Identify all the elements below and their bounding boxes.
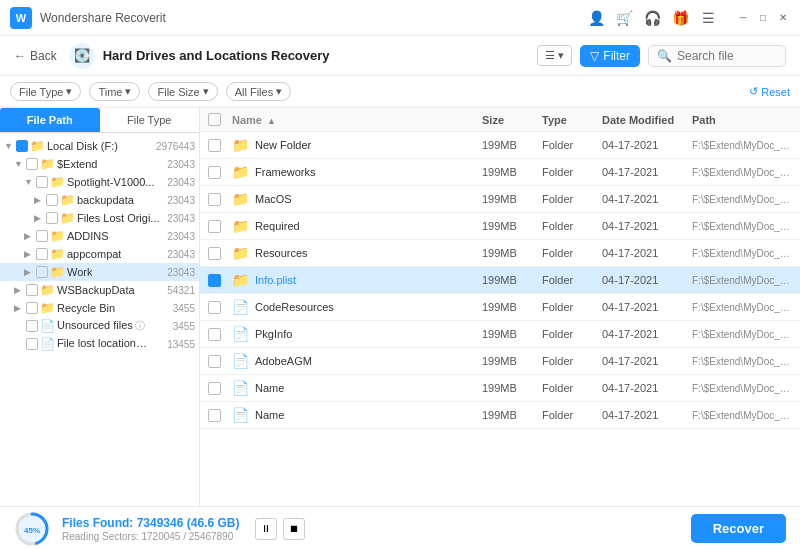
tab-file-type[interactable]: File Type	[100, 108, 200, 132]
file-name: Name	[255, 409, 284, 421]
headset-icon[interactable]: 🎧	[644, 10, 660, 26]
tree-checkbox[interactable]	[36, 248, 48, 260]
tree-label: Local Disk (F:)	[47, 140, 118, 152]
header-checkbox[interactable]	[208, 113, 232, 126]
table-row[interactable]: 📄CodeResources199MBFolder04-17-2021F:\$E…	[200, 294, 800, 321]
cart-icon[interactable]: 🛒	[616, 10, 632, 26]
tree-item-backupdata[interactable]: ▶📁backupdata23043	[0, 191, 199, 209]
file-name: Frameworks	[255, 166, 316, 178]
search-input[interactable]	[677, 49, 777, 63]
header-date[interactable]: Date Modified	[602, 114, 692, 126]
all-files-chevron-icon: ▾	[276, 85, 282, 98]
row-checkbox[interactable]	[208, 193, 232, 206]
tree-item-appcompat[interactable]: ▶📁appcompat23043	[0, 245, 199, 263]
row-checkbox[interactable]	[208, 139, 232, 152]
search-box[interactable]: 🔍	[648, 45, 786, 67]
tree-folder-icon: 📁	[30, 139, 45, 153]
back-button[interactable]: ← Back	[14, 49, 57, 63]
file-size-chevron-icon: ▾	[203, 85, 209, 98]
row-checkbox[interactable]	[208, 274, 232, 287]
tab-file-path[interactable]: File Path	[0, 108, 100, 132]
menu-icon[interactable]: ☰	[700, 10, 716, 26]
tree-label: ADDINS	[67, 230, 109, 242]
tree-folder-icon: 📁	[50, 265, 65, 279]
tree-item-spotlight[interactable]: ▼📁Spotlight-V1000...23043	[0, 173, 199, 191]
tree-item-fileslost[interactable]: ▶📁Files Lost Origi...23043	[0, 209, 199, 227]
row-checkbox[interactable]	[208, 355, 232, 368]
row-checkbox[interactable]	[208, 247, 232, 260]
stop-button[interactable]: ⏹	[283, 518, 305, 540]
row-path: F:\$Extend\MyDoc_2020\MyDoc_2020\M...	[692, 329, 792, 340]
table-row[interactable]: 📁MacOS199MBFolder04-17-2021F:\$Extend\My…	[200, 186, 800, 213]
table-row[interactable]: 📄Name199MBFolder04-17-2021F:\$Extend\MyD…	[200, 375, 800, 402]
tree-checkbox[interactable]	[26, 320, 38, 332]
header-path[interactable]: Path	[692, 114, 792, 126]
row-checkbox[interactable]	[208, 382, 232, 395]
pause-button[interactable]: ⏸	[255, 518, 277, 540]
table-row[interactable]: 📄PkgInfo199MBFolder04-17-2021F:\$Extend\…	[200, 321, 800, 348]
tree-item-filelost[interactable]: 📄File lost locationⓘ13455	[0, 335, 199, 353]
tree-label: Work	[67, 266, 92, 278]
row-name-cell: 📄PkgInfo	[232, 326, 482, 342]
file-type-filter[interactable]: File Type ▾	[10, 82, 81, 101]
tree-item-local_disk[interactable]: ▼📁Local Disk (F:)2976443	[0, 137, 199, 155]
user-icon[interactable]: 👤	[588, 10, 604, 26]
table-row[interactable]: 📁Info.plist199MBFolder04-17-2021F:\$Exte…	[200, 267, 800, 294]
file-name: MacOS	[255, 193, 292, 205]
filter-button[interactable]: ▽ Filter	[580, 45, 640, 67]
table-row[interactable]: 📁Frameworks199MBFolder04-17-2021F:\$Exte…	[200, 159, 800, 186]
tree-checkbox[interactable]	[46, 212, 58, 224]
table-row[interactable]: 📄AdobeAGM199MBFolder04-17-2021F:\$Extend…	[200, 348, 800, 375]
tree-checkbox[interactable]	[36, 176, 48, 188]
row-checkbox[interactable]	[208, 220, 232, 233]
tree-count: 23043	[167, 267, 195, 278]
table-row[interactable]: 📁Required199MBFolder04-17-2021F:\$Extend…	[200, 213, 800, 240]
close-button[interactable]: ✕	[776, 11, 790, 25]
toolbar-actions: ☰ ▾ ▽ Filter 🔍	[537, 45, 786, 67]
tree-checkbox[interactable]	[26, 338, 38, 350]
tree-checkbox[interactable]	[16, 140, 28, 152]
tree-checkbox[interactable]	[26, 158, 38, 170]
tree-checkbox[interactable]	[26, 302, 38, 314]
tree-item-work[interactable]: ▶📁Work23043	[0, 263, 199, 281]
file-size-filter[interactable]: File Size ▾	[148, 82, 217, 101]
tree-item-addins[interactable]: ▶📁ADDINS23043	[0, 227, 199, 245]
file-name: Required	[255, 220, 300, 232]
main-content: File Path File Type ▼📁Local Disk (F:)297…	[0, 108, 800, 506]
recover-button[interactable]: Recover	[691, 514, 786, 543]
row-type: Folder	[542, 382, 602, 394]
row-checkbox[interactable]	[208, 166, 232, 179]
table-row[interactable]: 📁New Folder199MBFolder04-17-2021F:\$Exte…	[200, 132, 800, 159]
time-filter[interactable]: Time ▾	[89, 82, 140, 101]
header-size[interactable]: Size	[482, 114, 542, 126]
table-row[interactable]: 📄Name199MBFolder04-17-2021F:\$Extend\MyD…	[200, 402, 800, 429]
header-type[interactable]: Type	[542, 114, 602, 126]
tree-item-recycle[interactable]: ▶📁Recycle Bin3455	[0, 299, 199, 317]
maximize-button[interactable]: □	[756, 11, 770, 25]
tree-checkbox[interactable]	[26, 284, 38, 296]
tree-checkbox[interactable]	[36, 230, 48, 242]
tree-checkbox[interactable]	[36, 266, 48, 278]
row-path: F:\$Extend\MyDoc_2020\MyDoc_2020\M...	[692, 221, 792, 232]
row-checkbox[interactable]	[208, 328, 232, 341]
row-path: F:\$Extend\MyDoc_2020\MyDoc_2020\M...	[692, 275, 792, 286]
all-files-label: All Files	[235, 86, 274, 98]
tree-checkbox[interactable]	[46, 194, 58, 206]
tree-label: Spotlight-V1000...	[67, 176, 154, 188]
table-row[interactable]: 📁Resources199MBFolder04-17-2021F:\$Exten…	[200, 240, 800, 267]
tree-item-wsbackup[interactable]: ▶📁WSBackupData54321	[0, 281, 199, 299]
file-size-label: File Size	[157, 86, 199, 98]
gift-icon[interactable]: 🎁	[672, 10, 688, 26]
menu-dropdown-button[interactable]: ☰ ▾	[537, 45, 572, 66]
left-panel: File Path File Type ▼📁Local Disk (F:)297…	[0, 108, 200, 506]
row-checkbox[interactable]	[208, 301, 232, 314]
minimize-button[interactable]: ─	[736, 11, 750, 25]
menu-chevron-icon: ▾	[558, 49, 564, 62]
header-name[interactable]: Name ▲	[232, 114, 482, 126]
reset-button[interactable]: ↺ Reset	[749, 85, 790, 98]
tree-item-sextend[interactable]: ▼📁$Extend23043	[0, 155, 199, 173]
row-checkbox[interactable]	[208, 409, 232, 422]
tree-item-unsourced[interactable]: 📄Unsourced filesⓘ3455	[0, 317, 199, 335]
all-files-filter[interactable]: All Files ▾	[226, 82, 292, 101]
window-controls: ─ □ ✕	[736, 11, 790, 25]
